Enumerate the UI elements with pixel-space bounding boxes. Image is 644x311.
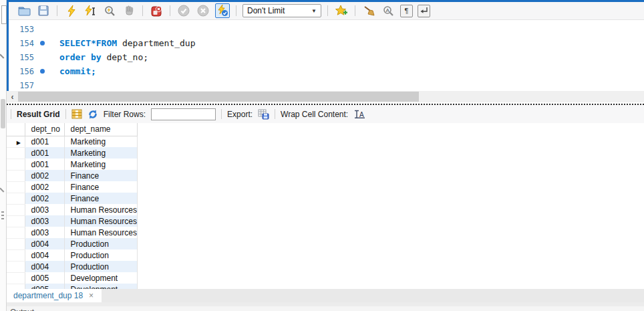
table-row[interactable]: d001Marketing [7, 159, 137, 170]
table-cell[interactable]: Development [64, 272, 137, 284]
table-row[interactable]: d003Human Resources [7, 204, 137, 215]
toolbar-separator [65, 109, 66, 119]
search-icon: A [383, 5, 394, 17]
table-cell[interactable]: d004 [25, 238, 64, 249]
refresh-button[interactable] [88, 109, 98, 120]
row-selector[interactable] [7, 215, 25, 227]
table-row[interactable]: d005Development [7, 272, 137, 284]
table-cell[interactable]: d001 [25, 136, 64, 147]
row-selector[interactable] [7, 238, 25, 249]
open-script-button[interactable] [17, 3, 31, 18]
scrollbar-thumb[interactable] [18, 92, 419, 102]
rollback-button[interactable] [196, 3, 210, 18]
save-script-button[interactable] [36, 3, 51, 18]
sql-editor[interactable]: 153154SELECT*FROM department_dup155order… [9, 21, 644, 91]
table-cell[interactable]: d002 [25, 181, 64, 193]
table-row[interactable]: d004Production [7, 249, 137, 261]
table-cell[interactable]: Production [64, 249, 137, 261]
table-cell[interactable]: d002 [25, 193, 64, 204]
table-cell[interactable]: Marketing [64, 159, 137, 170]
editor-line[interactable]: 154SELECT*FROM department_dup [9, 36, 644, 50]
export-button[interactable] [258, 109, 269, 120]
table-row[interactable]: d004Production [7, 238, 137, 249]
row-selector[interactable] [7, 147, 25, 159]
row-selector[interactable] [7, 227, 25, 238]
row-selector[interactable] [7, 159, 25, 170]
row-selector[interactable] [7, 204, 25, 215]
table-row[interactable]: d002Finance [7, 181, 137, 193]
scroll-left-arrow[interactable]: ‹ [7, 91, 18, 102]
editor-line[interactable]: 155order by dept_no; [9, 50, 644, 64]
wrap-arrow-icon [420, 7, 428, 15]
explain-button[interactable] [102, 3, 117, 18]
table-row[interactable]: d002Finance [7, 170, 137, 181]
execute-current-statement-button[interactable] [83, 3, 98, 18]
tab-department-dup[interactable]: department_dup 18 × [7, 289, 102, 302]
table-cell[interactable]: Finance [64, 181, 137, 193]
execute-button[interactable] [63, 3, 78, 18]
table-row[interactable]: d005Development [7, 284, 137, 289]
row-selector[interactable] [7, 261, 25, 272]
editor-horizontal-scrollbar[interactable]: ‹ [7, 91, 644, 102]
beautify-button[interactable] [361, 3, 376, 18]
toolbar-separator [170, 5, 170, 16]
wrap-cell-content-button[interactable]: A [353, 110, 365, 119]
toolbar-separator [327, 5, 328, 16]
row-selector[interactable] [7, 272, 25, 284]
table-cell[interactable]: d003 [25, 204, 64, 215]
limit-dropdown[interactable]: Don't Limit ▼ [243, 4, 321, 17]
table-cell[interactable]: d003 [25, 215, 64, 227]
lightning-icon [67, 5, 75, 17]
table-row[interactable]: ▶d001Marketing [7, 136, 137, 147]
table-cell[interactable]: Finance [64, 193, 137, 204]
toggle-autocommit-button[interactable] [215, 3, 230, 18]
toggle-stop-on-error-button[interactable] [149, 3, 164, 18]
row-selector[interactable] [7, 284, 25, 289]
filter-rows-input[interactable] [151, 108, 216, 120]
grid-view-button[interactable] [71, 109, 82, 119]
table-cell[interactable]: Human Resources [64, 204, 137, 215]
table-cell[interactable]: Marketing [64, 147, 137, 159]
sliver-scrollbar-thumb[interactable] [1, 99, 5, 128]
table-cell[interactable]: d001 [25, 159, 64, 170]
row-selector[interactable] [7, 193, 25, 204]
row-selector[interactable] [7, 249, 25, 261]
table-cell[interactable]: Production [64, 238, 137, 249]
row-selector[interactable] [7, 181, 25, 193]
table-cell[interactable]: Human Resources [64, 227, 137, 238]
toggle-wrapping-button[interactable] [418, 5, 430, 17]
editor-line[interactable]: 157 [9, 78, 644, 92]
find-button[interactable]: A [381, 3, 395, 18]
commit-button[interactable] [176, 3, 191, 18]
table-cell[interactable]: Marketing [64, 136, 137, 147]
table-cell[interactable]: Human Resources [64, 215, 137, 227]
table-cell[interactable]: d005 [25, 284, 64, 289]
table-cell[interactable]: d004 [25, 261, 64, 272]
table-cell[interactable]: d004 [25, 249, 64, 261]
editor-line[interactable]: 153 [9, 22, 644, 36]
grid-icon [71, 109, 82, 119]
column-header[interactable]: dept_no [25, 123, 64, 136]
new-snippet-button[interactable] [334, 3, 349, 18]
table-cell[interactable]: d001 [25, 147, 64, 159]
table-cell[interactable]: Production [64, 261, 137, 272]
stop-button[interactable] [122, 3, 136, 18]
row-selector[interactable] [7, 170, 25, 181]
table-cell[interactable]: d003 [25, 227, 64, 238]
table-cell[interactable]: d002 [25, 170, 64, 181]
table-cell[interactable]: d005 [25, 272, 64, 284]
show-invisibles-button[interactable]: ¶ [400, 5, 413, 17]
toolbar-separator [221, 109, 222, 119]
broom-icon [363, 5, 375, 17]
column-header[interactable]: dept_name [64, 123, 137, 136]
row-selector[interactable]: ▶ [7, 136, 25, 147]
table-row[interactable]: d001Marketing [7, 147, 137, 159]
table-row[interactable]: d003Human Resources [7, 227, 137, 238]
table-row[interactable]: d004Production [7, 261, 137, 272]
table-cell[interactable]: Finance [64, 170, 137, 181]
editor-line[interactable]: 156commit; [9, 64, 644, 78]
table-cell[interactable]: Development [64, 284, 137, 289]
table-row[interactable]: d003Human Resources [7, 215, 137, 227]
table-row[interactable]: d002Finance [7, 193, 137, 204]
close-icon[interactable]: × [89, 291, 94, 300]
